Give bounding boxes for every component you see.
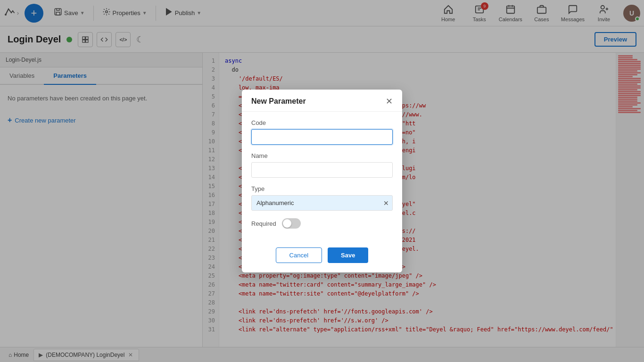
cancel-button[interactable]: Cancel xyxy=(276,247,322,263)
required-toggle[interactable] xyxy=(282,218,301,229)
modal-body: Code Name Type Alphanumeric Numeric Bool… xyxy=(242,112,402,244)
name-input[interactable] xyxy=(251,162,393,178)
modal-close-button[interactable]: ✕ xyxy=(386,97,393,106)
new-parameter-modal: New Parameter ✕ Code Name Type Alphanume… xyxy=(242,90,402,272)
modal-header: New Parameter ✕ xyxy=(242,90,402,112)
required-label: Required xyxy=(251,220,276,227)
modal-title: New Parameter xyxy=(251,97,306,106)
save-button[interactable]: Save xyxy=(328,247,368,263)
toggle-knob xyxy=(283,219,291,228)
code-field-group: Code xyxy=(251,119,393,145)
type-field-group: Type Alphanumeric Numeric Boolean Date ✕ xyxy=(251,185,393,211)
type-label: Type xyxy=(251,185,393,192)
name-field-group: Name xyxy=(251,152,393,178)
modal-footer: Cancel Save xyxy=(242,244,402,272)
type-select[interactable]: Alphanumeric Numeric Boolean Date xyxy=(251,195,393,211)
type-select-clear-button[interactable]: ✕ xyxy=(383,199,389,207)
code-label: Code xyxy=(251,119,393,126)
name-label: Name xyxy=(251,152,393,159)
required-toggle-row: Required xyxy=(251,218,393,229)
code-input[interactable] xyxy=(251,129,393,145)
type-select-wrapper: Alphanumeric Numeric Boolean Date ✕ xyxy=(251,195,393,211)
modal-overlay: New Parameter ✕ Code Name Type Alphanume… xyxy=(0,0,644,362)
